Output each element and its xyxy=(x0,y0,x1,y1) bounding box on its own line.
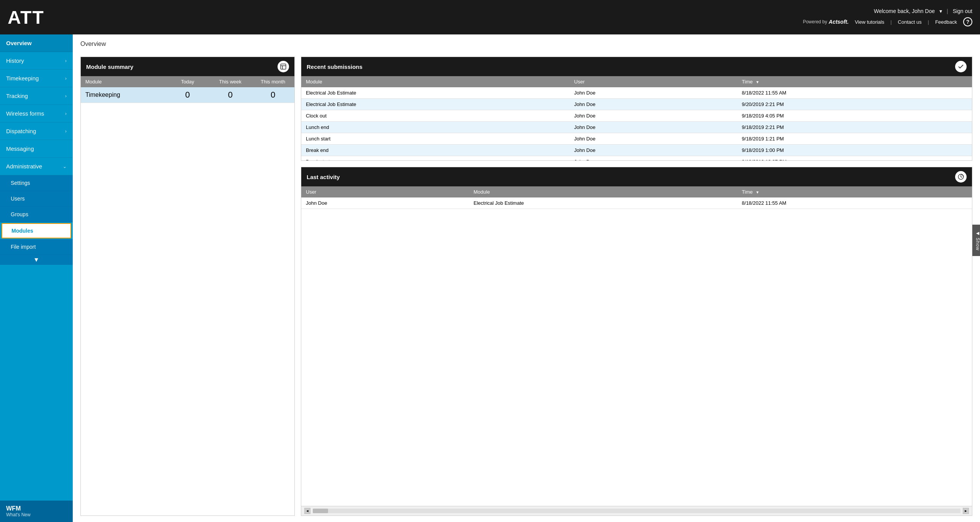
sidebar-sub-users[interactable]: Users xyxy=(0,191,73,207)
page-title: Overview xyxy=(80,41,972,47)
col-header-today: Today xyxy=(166,76,209,87)
recent-submissions-scroll[interactable]: Module User Time ▼ Electrical Job Estima… xyxy=(301,76,972,160)
top-links-row: Powered by Actsoft. View tutorials | Con… xyxy=(803,17,972,26)
panels-row: Module summary Module xyxy=(80,57,972,516)
col-header-module: Module xyxy=(469,186,737,197)
sidebar-sub-groups[interactable]: Groups xyxy=(0,207,73,222)
whats-new-link[interactable]: What's New xyxy=(6,512,67,517)
last-activity-content: User Module Time ▼ John Doe Electrical J… xyxy=(301,186,972,506)
sidebar-item-tracking[interactable]: Tracking › xyxy=(0,87,73,105)
view-tutorials-link[interactable]: View tutorials xyxy=(855,19,884,25)
cell-time: 9/18/2019 12:37 PM xyxy=(737,156,972,161)
wfm-title: WFM xyxy=(6,505,67,512)
cell-module: Timekeeping xyxy=(81,87,166,103)
cell-this-month: 0 xyxy=(252,87,294,103)
last-activity-panel: Last activity xyxy=(301,167,972,516)
sidebar-item-label: Overview xyxy=(6,40,32,46)
sidebar-item-overview[interactable]: Overview xyxy=(0,34,73,52)
recent-submissions-panel: Recent submissions Module xyxy=(301,57,972,161)
cell-user: John Doe xyxy=(570,156,737,161)
chevron-down-icon: ▾ xyxy=(939,8,942,14)
sidebar-item-messaging[interactable]: Messaging xyxy=(0,140,73,158)
show-panel-button[interactable]: ◄ Show xyxy=(972,225,980,256)
cell-user: John Doe xyxy=(301,197,469,209)
cell-module: Clock out xyxy=(301,110,570,122)
cell-module: Electrical Job Estimate xyxy=(301,99,570,110)
sidebar-item-wireless-forms[interactable]: Wireless forms › xyxy=(0,105,73,122)
chevron-right-icon: › xyxy=(65,129,67,134)
actsoft-logo: Actsoft. xyxy=(829,19,849,25)
powered-by-label: Powered by Actsoft. xyxy=(803,19,849,25)
table-row: Break start John Doe 9/18/2019 12:37 PM xyxy=(301,156,972,161)
chevron-right-icon: › xyxy=(65,58,67,64)
sidebar-item-label: Wireless forms xyxy=(6,110,44,117)
arrow-left-icon: ◄ xyxy=(975,230,980,236)
scroll-down-icon[interactable]: ▼ xyxy=(33,256,39,263)
table-row: Lunch end John Doe 9/18/2019 2:21 PM xyxy=(301,122,972,133)
cell-time: 8/18/2022 11:55 AM xyxy=(737,87,972,99)
table-row: Clock out John Doe 9/18/2019 4:05 PM xyxy=(301,110,972,122)
sign-out-link[interactable]: Sign out xyxy=(953,8,972,14)
scroll-left-btn[interactable]: ◄ xyxy=(304,508,310,514)
cell-module: Electrical Job Estimate xyxy=(301,87,570,99)
sidebar-item-dispatching[interactable]: Dispatching › xyxy=(0,122,73,140)
main-layout: Overview History › Timekeeping › Trackin… xyxy=(0,34,980,522)
sidebar-sub-settings[interactable]: Settings xyxy=(0,175,73,191)
sort-icon[interactable]: ▼ xyxy=(756,80,760,84)
app-logo: ATT xyxy=(8,7,44,28)
recent-submissions-title: Recent submissions xyxy=(307,64,363,70)
show-label: Show xyxy=(975,238,980,251)
col-header-time: Time ▼ xyxy=(737,186,972,197)
last-activity-table: User Module Time ▼ John Doe Electrical J… xyxy=(301,186,972,209)
module-summary-title: Module summary xyxy=(86,64,133,70)
help-button[interactable]: ? xyxy=(963,17,972,26)
right-panels: Recent submissions Module xyxy=(301,57,972,516)
sidebar-item-label: Tracking xyxy=(6,93,28,99)
table-row: Break end John Doe 9/18/2019 1:00 PM xyxy=(301,145,972,156)
cell-this-week: 0 xyxy=(209,87,252,103)
main-content: Overview Module summary xyxy=(73,34,980,522)
user-row: Welcome back, John Doe ▾ | Sign out xyxy=(874,8,972,14)
recent-submissions-check-icon[interactable] xyxy=(955,61,967,72)
sort-icon[interactable]: ▼ xyxy=(756,190,760,194)
cell-time: 9/18/2019 4:05 PM xyxy=(737,110,972,122)
sidebar-item-label: Dispatching xyxy=(6,128,36,134)
welcome-user[interactable]: Welcome back, John Doe xyxy=(874,8,935,14)
sidebar-item-label: Messaging xyxy=(6,145,34,152)
cell-user: John Doe xyxy=(570,133,737,145)
cell-module: Electrical Job Estimate xyxy=(469,197,737,209)
sidebar-sub-modules[interactable]: Modules xyxy=(2,223,71,238)
sidebar-item-label: History xyxy=(6,57,24,64)
sidebar-item-timekeeping[interactable]: Timekeeping › xyxy=(0,70,73,87)
sidebar-item-label: Administrative xyxy=(6,163,42,170)
sidebar-item-history[interactable]: History › xyxy=(0,52,73,70)
table-row: John Doe Electrical Job Estimate 8/18/20… xyxy=(301,197,972,209)
feedback-link[interactable]: Feedback xyxy=(935,19,957,25)
last-activity-header: Last activity xyxy=(301,167,972,186)
chevron-down-icon: ⌄ xyxy=(63,164,67,169)
cell-time: 9/18/2019 1:21 PM xyxy=(737,133,972,145)
cell-user: John Doe xyxy=(570,145,737,156)
col-header-user: User xyxy=(301,186,469,197)
sidebar-sub-file-import[interactable]: File import xyxy=(0,239,73,255)
sidebar-bottom: WFM What's New xyxy=(0,501,73,522)
cell-time: 9/20/2019 2:21 PM xyxy=(737,99,972,110)
cell-user: John Doe xyxy=(570,99,737,110)
col-header-time: Time ▼ xyxy=(737,76,972,87)
cell-time: 9/18/2019 1:00 PM xyxy=(737,145,972,156)
sidebar-item-administrative[interactable]: Administrative ⌄ xyxy=(0,158,73,175)
last-activity-icon[interactable] xyxy=(955,171,967,183)
last-activity-title: Last activity xyxy=(307,174,340,180)
table-row: Electrical Job Estimate John Doe 8/18/20… xyxy=(301,87,972,99)
col-header-module: Module xyxy=(81,76,166,87)
cell-user: John Doe xyxy=(570,122,737,133)
horizontal-scrollbar[interactable]: ◄ ► xyxy=(301,506,972,515)
col-header-this-month: This month xyxy=(252,76,294,87)
scroll-track xyxy=(313,509,960,513)
scroll-right-btn[interactable]: ► xyxy=(963,508,969,514)
contact-us-link[interactable]: Contact us xyxy=(898,19,921,25)
cell-user: John Doe xyxy=(570,110,737,122)
module-summary-icon[interactable] xyxy=(278,61,289,72)
module-summary-header: Module summary xyxy=(81,57,294,76)
table-row: Lunch start John Doe 9/18/2019 1:21 PM xyxy=(301,133,972,145)
